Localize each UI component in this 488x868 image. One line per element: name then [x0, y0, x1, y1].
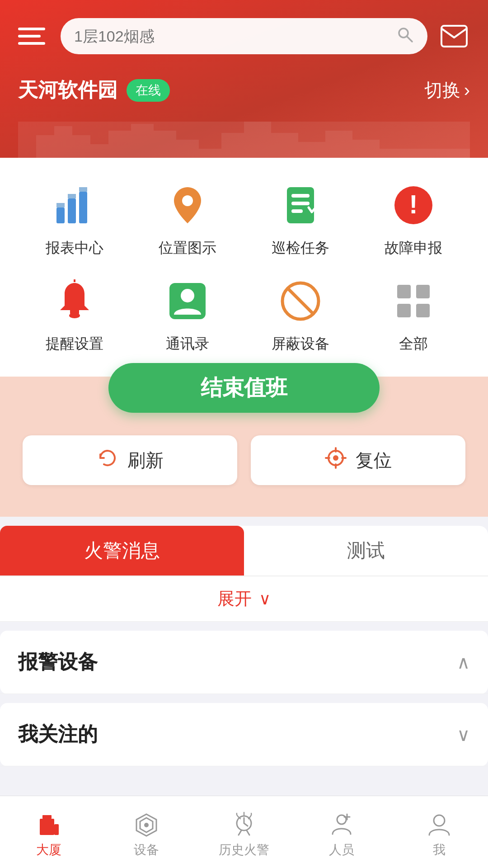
nav-item-me[interactable]: 我 — [390, 806, 488, 859]
svg-rect-33 — [42, 815, 52, 819]
search-input[interactable] — [74, 28, 389, 45]
fault-icon: ! — [389, 180, 438, 230]
menu-label-contacts: 通讯录 — [166, 334, 209, 354]
search-bar — [61, 18, 427, 54]
menu-item-shield[interactable]: 屏蔽设备 — [244, 276, 357, 354]
tab-test[interactable]: 测试 — [244, 526, 488, 576]
nav-label-device: 设备 — [134, 841, 159, 859]
svg-point-43 — [144, 823, 149, 827]
block-icon — [276, 276, 325, 326]
section-followed-title: 我关注的 — [18, 721, 98, 748]
header-top — [18, 18, 470, 54]
svg-rect-39 — [55, 826, 57, 828]
svg-rect-2 — [441, 26, 467, 47]
svg-rect-12 — [291, 202, 310, 205]
svg-rect-38 — [54, 824, 59, 835]
reset-icon — [325, 447, 347, 474]
menu-label-shield: 屏蔽设备 — [272, 334, 329, 354]
tabs-section: 火警消息 测试 展开 ∨ — [0, 526, 488, 622]
expand-chevron-icon: ∨ — [259, 590, 271, 609]
location-icon — [163, 180, 212, 230]
nav-item-device[interactable]: 设备 — [98, 806, 195, 859]
refresh-button[interactable]: 刷新 — [23, 435, 237, 485]
nav-item-building[interactable]: 大厦 — [0, 806, 98, 859]
menu-label-patrol: 巡检任务 — [272, 238, 329, 258]
action-area: 结束值班 LE0 刷新 — [0, 377, 488, 517]
bell-icon — [50, 276, 99, 326]
tab-fire-alert[interactable]: 火警消息 — [0, 526, 244, 576]
svg-point-27 — [333, 455, 338, 461]
expand-label: 展开 — [217, 587, 252, 610]
section-followed: 我关注的 ∨ — [0, 703, 488, 766]
menu-label-reminder: 提醒设置 — [46, 334, 103, 354]
section-followed-header[interactable]: 我关注的 ∨ — [0, 703, 488, 766]
refresh-label: 刷新 — [127, 448, 164, 473]
people-nav-icon — [328, 811, 355, 838]
svg-rect-5 — [79, 192, 87, 223]
svg-rect-36 — [42, 827, 46, 831]
task-icon — [276, 180, 325, 230]
menu-item-location[interactable]: 位置图示 — [131, 180, 244, 258]
menu-item-reports[interactable]: 报表中心 — [18, 180, 131, 258]
section-alarm-header[interactable]: 报警设备 ∧ — [0, 631, 488, 694]
menu-grid: 报表中心 位置图示 巡检任务 — [18, 180, 470, 354]
nav-label-history: 历史火警 — [219, 841, 269, 859]
svg-line-1 — [407, 36, 412, 42]
online-badge: 在线 — [127, 79, 170, 102]
building-nav-icon — [35, 811, 62, 838]
section-alarm-chevron-icon: ∧ — [457, 652, 470, 673]
menu-grid-section: 报表中心 位置图示 巡检任务 — [0, 158, 488, 377]
svg-rect-23 — [416, 285, 430, 298]
svg-rect-37 — [47, 827, 51, 831]
svg-rect-6 — [56, 203, 65, 208]
menu-icon[interactable] — [18, 20, 50, 52]
svg-point-17 — [69, 313, 80, 318]
svg-rect-11 — [291, 194, 310, 198]
refresh-icon — [97, 447, 118, 474]
svg-rect-32 — [40, 819, 54, 835]
expand-row[interactable]: 展开 ∨ — [0, 576, 488, 622]
mail-icon[interactable] — [438, 20, 470, 52]
nav-item-history[interactable]: 历史火警 — [195, 806, 293, 859]
menu-item-reminder[interactable]: 提醒设置 — [18, 276, 131, 354]
action-buttons: 刷新 复位 — [18, 426, 470, 499]
section-followed-chevron-icon: ∨ — [457, 724, 470, 745]
menu-item-contacts[interactable]: 通讯录 — [131, 276, 244, 354]
svg-line-21 — [288, 288, 313, 314]
chart-icon — [50, 180, 99, 230]
skyline-decoration — [18, 122, 470, 158]
svg-rect-22 — [397, 285, 411, 298]
menu-label-reports: 报表中心 — [46, 238, 103, 258]
bottom-nav: 大厦 设备 历史火警 — [0, 796, 488, 868]
svg-rect-7 — [68, 194, 76, 198]
history-nav-icon — [230, 811, 258, 838]
section-alarm-title: 报警设备 — [18, 649, 98, 675]
nav-item-people[interactable]: 人员 — [293, 806, 390, 859]
switch-button[interactable]: 切换 › — [424, 78, 470, 103]
contact-icon — [163, 276, 212, 326]
section-alarm-devices: 报警设备 ∧ — [0, 631, 488, 694]
site-name: 天河软件园 — [18, 77, 117, 104]
end-shift-button[interactable]: 结束值班 — [108, 363, 380, 413]
svg-point-9 — [182, 195, 193, 206]
menu-label-location: 位置图示 — [159, 238, 216, 258]
reset-button[interactable]: 复位 — [251, 435, 465, 485]
svg-rect-34 — [42, 821, 46, 825]
svg-point-48 — [434, 815, 445, 826]
menu-item-all[interactable]: 全部 — [357, 276, 470, 354]
svg-rect-35 — [47, 821, 51, 825]
svg-rect-8 — [79, 187, 87, 192]
menu-item-fault[interactable]: ! 故障申报 — [357, 180, 470, 258]
svg-rect-3 — [56, 208, 65, 223]
me-nav-icon — [426, 811, 453, 838]
header: 天河软件园 在线 切换 › — [0, 0, 488, 158]
site-row: 天河软件园 在线 切换 › — [18, 68, 470, 122]
nav-label-people: 人员 — [329, 841, 354, 859]
svg-rect-25 — [416, 304, 430, 317]
menu-item-patrol[interactable]: 巡检任务 — [244, 180, 357, 258]
search-icon[interactable] — [396, 25, 414, 47]
device-nav-icon — [133, 811, 160, 838]
svg-rect-4 — [68, 198, 76, 223]
menu-label-fault: 故障申报 — [385, 238, 442, 258]
svg-rect-40 — [55, 830, 57, 832]
